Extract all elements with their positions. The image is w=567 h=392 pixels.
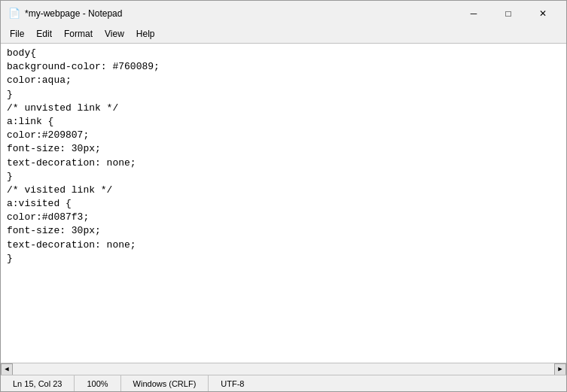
menu-bar: File Edit Format View Help — [1, 25, 566, 43]
scroll-track[interactable] — [13, 363, 554, 375]
title-bar: *my-webpage - Notepad ─ □ ✕ — [1, 1, 566, 25]
minimize-button[interactable]: ─ — [456, 5, 491, 23]
menu-file[interactable]: File — [4, 27, 30, 41]
status-encoding: UTF-8 — [209, 375, 256, 391]
status-position: Ln 15, Col 23 — [1, 375, 75, 391]
menu-edit[interactable]: Edit — [30, 27, 58, 41]
maximize-button[interactable]: □ — [491, 5, 526, 23]
status-bar: Ln 15, Col 23 100% Windows (CRLF) UTF-8 — [1, 375, 566, 391]
scroll-left-button[interactable]: ◀ — [1, 363, 13, 375]
status-line-ending: Windows (CRLF) — [121, 375, 209, 391]
scroll-container: body{ background-color: #760089; color:a… — [1, 44, 566, 363]
title-bar-controls: ─ □ ✕ — [456, 5, 560, 23]
app-icon — [8, 8, 20, 20]
line-ending-text: Windows (CRLF) — [133, 379, 197, 388]
zoom-text: 100% — [87, 379, 108, 388]
menu-view[interactable]: View — [99, 27, 130, 41]
close-button[interactable]: ✕ — [526, 5, 560, 23]
horizontal-scrollbar[interactable]: ◀ ▶ — [1, 363, 566, 375]
editor-content[interactable]: body{ background-color: #760089; color:a… — [1, 44, 566, 363]
menu-help[interactable]: Help — [130, 27, 161, 41]
encoding-text: UTF-8 — [221, 379, 244, 388]
window-title: *my-webpage - Notepad — [25, 8, 122, 19]
editor-wrapper: body{ background-color: #760089; color:a… — [1, 43, 566, 375]
title-bar-left: *my-webpage - Notepad — [8, 8, 122, 20]
menu-format[interactable]: Format — [58, 27, 99, 41]
status-zoom: 100% — [75, 375, 120, 391]
scroll-right-button[interactable]: ▶ — [554, 363, 566, 375]
position-text: Ln 15, Col 23 — [13, 379, 62, 388]
